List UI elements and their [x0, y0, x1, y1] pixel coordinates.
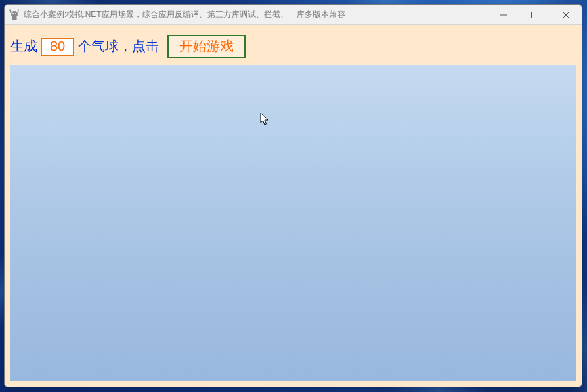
svg-point-3	[12, 16, 17, 20]
window-controls	[488, 5, 582, 24]
game-canvas[interactable]	[10, 65, 576, 381]
start-game-button[interactable]: 开始游戏	[167, 35, 246, 58]
close-button[interactable]	[550, 5, 582, 24]
toolbar: 生成 个气球，点击 开始游戏	[5, 25, 582, 65]
app-icon	[9, 9, 20, 20]
svg-point-1	[12, 13, 14, 14]
app-window: 综合小案例:模拟.NET应用场景，综合应用反编译、第三方库调试、拦截、一库多版本…	[4, 4, 582, 387]
svg-point-2	[15, 13, 16, 14]
svg-rect-5	[532, 12, 538, 18]
minimize-button[interactable]	[488, 5, 519, 24]
balloon-count-input[interactable]	[41, 38, 74, 56]
window-title: 综合小案例:模拟.NET应用场景，综合应用反编译、第三方库调试、拦截、一库多版本…	[24, 9, 488, 20]
generate-label-before: 生成	[10, 37, 37, 56]
titlebar[interactable]: 综合小案例:模拟.NET应用场景，综合应用反编译、第三方库调试、拦截、一库多版本…	[5, 5, 582, 25]
cursor-icon	[260, 112, 271, 129]
maximize-button[interactable]	[519, 5, 550, 24]
generate-label-after: 个气球，点击	[78, 37, 159, 56]
